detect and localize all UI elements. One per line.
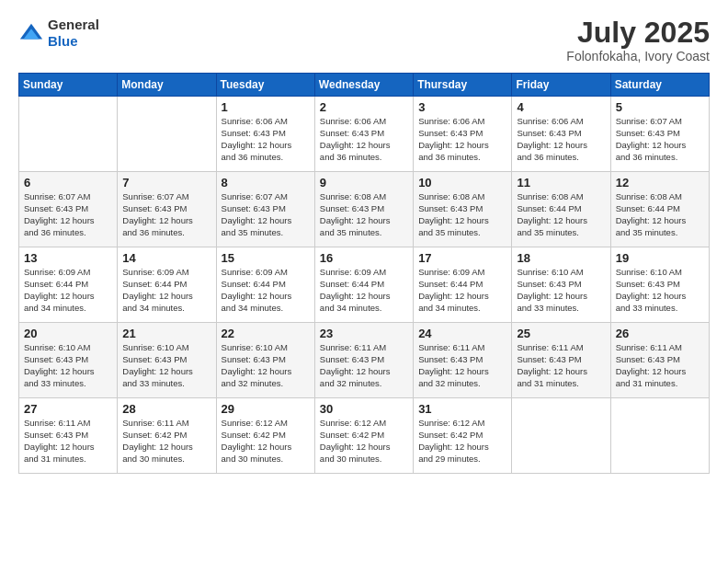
day-info: Sunrise: 6:12 AM Sunset: 6:42 PM Dayligh… <box>320 418 408 465</box>
logo-text: General Blue <box>48 17 99 50</box>
day-info: Sunrise: 6:09 AM Sunset: 6:44 PM Dayligh… <box>24 267 112 314</box>
weekday-header-friday: Friday <box>512 74 610 97</box>
day-number: 12 <box>616 176 704 190</box>
day-number: 8 <box>222 176 310 190</box>
weekday-header-thursday: Thursday <box>414 74 512 97</box>
day-info: Sunrise: 6:11 AM Sunset: 6:43 PM Dayligh… <box>517 342 605 389</box>
day-cell: 3Sunrise: 6:06 AM Sunset: 6:43 PM Daylig… <box>414 97 512 172</box>
day-cell: 28Sunrise: 6:11 AM Sunset: 6:42 PM Dayli… <box>118 398 216 474</box>
day-cell: 7Sunrise: 6:07 AM Sunset: 6:43 PM Daylig… <box>118 172 216 247</box>
day-cell: 14Sunrise: 6:09 AM Sunset: 6:44 PM Dayli… <box>118 247 216 323</box>
day-info: Sunrise: 6:09 AM Sunset: 6:44 PM Dayligh… <box>320 267 408 314</box>
day-number: 19 <box>616 251 704 265</box>
header: General Blue July 2025 Folonfokaha, Ivor… <box>18 17 710 63</box>
week-row-3: 13Sunrise: 6:09 AM Sunset: 6:44 PM Dayli… <box>19 247 710 323</box>
logo-icon <box>18 20 44 46</box>
day-info: Sunrise: 6:10 AM Sunset: 6:43 PM Dayligh… <box>24 342 112 389</box>
day-number: 18 <box>517 251 605 265</box>
day-cell: 30Sunrise: 6:12 AM Sunset: 6:42 PM Dayli… <box>314 398 413 474</box>
day-info: Sunrise: 6:06 AM Sunset: 6:43 PM Dayligh… <box>320 116 408 163</box>
day-info: Sunrise: 6:11 AM Sunset: 6:43 PM Dayligh… <box>418 342 506 389</box>
day-cell: 1Sunrise: 6:06 AM Sunset: 6:43 PM Daylig… <box>216 97 314 172</box>
day-number: 24 <box>418 327 506 340</box>
day-info: Sunrise: 6:10 AM Sunset: 6:43 PM Dayligh… <box>616 267 704 314</box>
day-number: 23 <box>320 327 408 340</box>
day-info: Sunrise: 6:11 AM Sunset: 6:42 PM Dayligh… <box>122 418 210 465</box>
day-info: Sunrise: 6:07 AM Sunset: 6:43 PM Dayligh… <box>222 191 310 238</box>
day-info: Sunrise: 6:07 AM Sunset: 6:43 PM Dayligh… <box>122 191 210 238</box>
day-number: 27 <box>24 402 112 416</box>
day-info: Sunrise: 6:10 AM Sunset: 6:43 PM Dayligh… <box>122 342 210 389</box>
day-number: 22 <box>222 327 310 340</box>
day-info: Sunrise: 6:09 AM Sunset: 6:44 PM Dayligh… <box>122 267 210 314</box>
day-cell: 13Sunrise: 6:09 AM Sunset: 6:44 PM Dayli… <box>19 247 118 323</box>
location: Folonfokaha, Ivory Coast <box>566 49 710 63</box>
day-number: 2 <box>320 100 408 114</box>
day-cell: 12Sunrise: 6:08 AM Sunset: 6:44 PM Dayli… <box>610 172 709 247</box>
day-cell: 21Sunrise: 6:10 AM Sunset: 6:43 PM Dayli… <box>118 323 216 398</box>
day-info: Sunrise: 6:08 AM Sunset: 6:43 PM Dayligh… <box>320 191 408 238</box>
day-cell: 27Sunrise: 6:11 AM Sunset: 6:43 PM Dayli… <box>19 398 118 474</box>
weekday-header-wednesday: Wednesday <box>314 74 413 97</box>
day-info: Sunrise: 6:08 AM Sunset: 6:44 PM Dayligh… <box>616 191 704 238</box>
day-number: 20 <box>24 327 112 340</box>
day-cell <box>118 97 216 172</box>
week-row-1: 1Sunrise: 6:06 AM Sunset: 6:43 PM Daylig… <box>19 97 710 172</box>
day-number: 10 <box>418 176 506 190</box>
day-number: 3 <box>418 100 506 114</box>
weekday-header-tuesday: Tuesday <box>216 74 314 97</box>
day-info: Sunrise: 6:06 AM Sunset: 6:43 PM Dayligh… <box>418 116 506 163</box>
weekday-header-sunday: Sunday <box>19 74 118 97</box>
day-cell: 22Sunrise: 6:10 AM Sunset: 6:43 PM Dayli… <box>216 323 314 398</box>
weekday-header-saturday: Saturday <box>610 74 709 97</box>
day-info: Sunrise: 6:06 AM Sunset: 6:43 PM Dayligh… <box>222 116 310 163</box>
day-number: 13 <box>24 251 112 265</box>
day-cell: 8Sunrise: 6:07 AM Sunset: 6:43 PM Daylig… <box>216 172 314 247</box>
day-cell: 26Sunrise: 6:11 AM Sunset: 6:43 PM Dayli… <box>610 323 709 398</box>
day-info: Sunrise: 6:08 AM Sunset: 6:43 PM Dayligh… <box>418 191 506 238</box>
day-info: Sunrise: 6:10 AM Sunset: 6:43 PM Dayligh… <box>517 267 605 314</box>
week-row-5: 27Sunrise: 6:11 AM Sunset: 6:43 PM Dayli… <box>19 398 710 474</box>
day-cell <box>610 398 709 474</box>
day-cell: 6Sunrise: 6:07 AM Sunset: 6:43 PM Daylig… <box>19 172 118 247</box>
month-year: July 2025 <box>566 17 710 49</box>
day-cell <box>19 97 118 172</box>
day-number: 11 <box>517 176 605 190</box>
week-row-4: 20Sunrise: 6:10 AM Sunset: 6:43 PM Dayli… <box>19 323 710 398</box>
day-info: Sunrise: 6:07 AM Sunset: 6:43 PM Dayligh… <box>616 116 704 163</box>
week-row-2: 6Sunrise: 6:07 AM Sunset: 6:43 PM Daylig… <box>19 172 710 247</box>
weekday-header-monday: Monday <box>118 74 216 97</box>
day-cell: 15Sunrise: 6:09 AM Sunset: 6:44 PM Dayli… <box>216 247 314 323</box>
day-number: 25 <box>517 327 605 340</box>
day-cell: 20Sunrise: 6:10 AM Sunset: 6:43 PM Dayli… <box>19 323 118 398</box>
day-number: 5 <box>616 100 704 114</box>
day-cell: 31Sunrise: 6:12 AM Sunset: 6:42 PM Dayli… <box>414 398 512 474</box>
day-cell: 19Sunrise: 6:10 AM Sunset: 6:43 PM Dayli… <box>610 247 709 323</box>
weekday-header-row: SundayMondayTuesdayWednesdayThursdayFrid… <box>19 74 710 97</box>
day-number: 31 <box>418 402 506 416</box>
day-cell: 17Sunrise: 6:09 AM Sunset: 6:44 PM Dayli… <box>414 247 512 323</box>
day-number: 15 <box>222 251 310 265</box>
day-cell: 5Sunrise: 6:07 AM Sunset: 6:43 PM Daylig… <box>610 97 709 172</box>
day-cell: 29Sunrise: 6:12 AM Sunset: 6:42 PM Dayli… <box>216 398 314 474</box>
day-number: 30 <box>320 402 408 416</box>
day-number: 16 <box>320 251 408 265</box>
day-info: Sunrise: 6:11 AM Sunset: 6:43 PM Dayligh… <box>320 342 408 389</box>
day-cell: 9Sunrise: 6:08 AM Sunset: 6:43 PM Daylig… <box>314 172 413 247</box>
day-info: Sunrise: 6:06 AM Sunset: 6:43 PM Dayligh… <box>517 116 605 163</box>
day-cell: 25Sunrise: 6:11 AM Sunset: 6:43 PM Dayli… <box>512 323 610 398</box>
day-number: 7 <box>122 176 210 190</box>
day-info: Sunrise: 6:09 AM Sunset: 6:44 PM Dayligh… <box>418 267 506 314</box>
day-number: 14 <box>122 251 210 265</box>
day-info: Sunrise: 6:09 AM Sunset: 6:44 PM Dayligh… <box>222 267 310 314</box>
day-info: Sunrise: 6:08 AM Sunset: 6:44 PM Dayligh… <box>517 191 605 238</box>
title-block: July 2025 Folonfokaha, Ivory Coast <box>566 17 710 63</box>
day-info: Sunrise: 6:10 AM Sunset: 6:43 PM Dayligh… <box>222 342 310 389</box>
day-info: Sunrise: 6:11 AM Sunset: 6:43 PM Dayligh… <box>24 418 112 465</box>
day-number: 17 <box>418 251 506 265</box>
day-cell: 2Sunrise: 6:06 AM Sunset: 6:43 PM Daylig… <box>314 97 413 172</box>
day-cell: 4Sunrise: 6:06 AM Sunset: 6:43 PM Daylig… <box>512 97 610 172</box>
day-number: 21 <box>122 327 210 340</box>
page: General Blue July 2025 Folonfokaha, Ivor… <box>0 0 728 563</box>
day-number: 29 <box>222 402 310 416</box>
